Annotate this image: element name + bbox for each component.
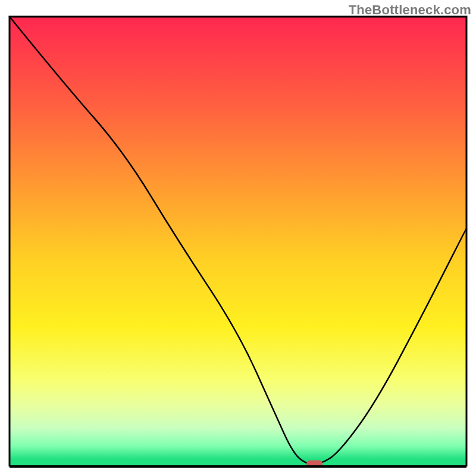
- watermark-text: TheBottleneck.com: [349, 2, 471, 18]
- gradient-background: [10, 17, 466, 459]
- bottleneck-chart: [0, 0, 476, 476]
- chart-container: TheBottleneck.com: [0, 0, 476, 476]
